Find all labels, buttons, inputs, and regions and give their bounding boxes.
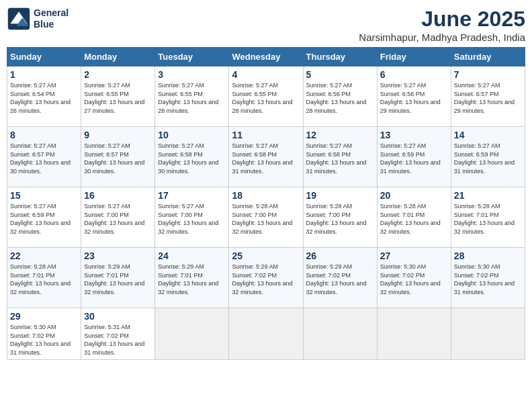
day-number: 6: [380, 69, 448, 80]
month-title: June 2025: [359, 7, 525, 32]
calendar-cell: 23Sunrise: 5:29 AMSunset: 7:01 PMDayligh…: [81, 248, 155, 308]
calendar-cell: 14Sunrise: 5:27 AMSunset: 6:59 PMDayligh…: [451, 127, 525, 187]
calendar-cell: 7Sunrise: 5:27 AMSunset: 6:57 PMDaylight…: [451, 66, 525, 127]
header-wednesday: Wednesday: [229, 48, 303, 66]
calendar-cell: 10Sunrise: 5:27 AMSunset: 6:58 PMDayligh…: [155, 127, 229, 187]
calendar-header-row: SundayMondayTuesdayWednesdayThursdayFrid…: [7, 48, 525, 66]
logo-icon: [7, 7, 31, 31]
day-info: Sunrise: 5:27 AMSunset: 6:54 PMDaylight:…: [10, 81, 78, 115]
calendar-cell: 22Sunrise: 5:28 AMSunset: 7:01 PMDayligh…: [7, 248, 81, 308]
calendar-cell: 25Sunrise: 5:29 AMSunset: 7:02 PMDayligh…: [229, 248, 303, 308]
calendar-cell: 11Sunrise: 5:27 AMSunset: 6:58 PMDayligh…: [229, 127, 303, 187]
calendar-cell: 26Sunrise: 5:29 AMSunset: 7:02 PMDayligh…: [303, 248, 377, 308]
calendar-cell: [229, 308, 303, 360]
header-friday: Friday: [377, 48, 451, 66]
day-info: Sunrise: 5:27 AMSunset: 6:57 PMDaylight:…: [10, 142, 78, 175]
day-number: 5: [306, 69, 374, 80]
day-number: 26: [306, 250, 374, 261]
calendar-cell: 21Sunrise: 5:28 AMSunset: 7:01 PMDayligh…: [451, 187, 525, 248]
calendar-cell: 24Sunrise: 5:29 AMSunset: 7:01 PMDayligh…: [155, 248, 229, 308]
day-number: 29: [10, 311, 78, 322]
calendar-cell: 9Sunrise: 5:27 AMSunset: 6:57 PMDaylight…: [81, 127, 155, 187]
header-thursday: Thursday: [303, 48, 377, 66]
calendar-cell: 15Sunrise: 5:27 AMSunset: 6:59 PMDayligh…: [7, 187, 81, 248]
calendar-cell: 18Sunrise: 5:28 AMSunset: 7:00 PMDayligh…: [229, 187, 303, 248]
day-info: Sunrise: 5:27 AMSunset: 6:58 PMDaylight:…: [158, 142, 226, 175]
calendar-cell: 6Sunrise: 5:27 AMSunset: 6:56 PMDaylight…: [377, 66, 451, 127]
day-info: Sunrise: 5:29 AMSunset: 7:01 PMDaylight:…: [84, 263, 152, 296]
header-sunday: Sunday: [7, 48, 81, 66]
day-info: Sunrise: 5:27 AMSunset: 6:57 PMDaylight:…: [454, 81, 522, 115]
calendar-week-row: 1Sunrise: 5:27 AMSunset: 6:54 PMDaylight…: [7, 66, 525, 127]
calendar-week-row: 29Sunrise: 5:30 AMSunset: 7:02 PMDayligh…: [7, 308, 525, 360]
day-info: Sunrise: 5:29 AMSunset: 7:02 PMDaylight:…: [232, 263, 300, 296]
day-number: 15: [10, 190, 78, 201]
day-info: Sunrise: 5:27 AMSunset: 6:55 PMDaylight:…: [158, 81, 226, 115]
calendar-cell: 8Sunrise: 5:27 AMSunset: 6:57 PMDaylight…: [7, 127, 81, 187]
calendar-cell: 3Sunrise: 5:27 AMSunset: 6:55 PMDaylight…: [155, 66, 229, 127]
day-number: 28: [454, 250, 522, 261]
day-info: Sunrise: 5:30 AMSunset: 7:02 PMDaylight:…: [454, 263, 522, 296]
day-number: 27: [380, 250, 448, 261]
day-number: 14: [454, 130, 522, 140]
day-number: 7: [454, 69, 522, 80]
day-info: Sunrise: 5:28 AMSunset: 7:00 PMDaylight:…: [306, 202, 374, 236]
day-info: Sunrise: 5:27 AMSunset: 7:00 PMDaylight:…: [158, 202, 226, 236]
day-info: Sunrise: 5:28 AMSunset: 7:01 PMDaylight:…: [10, 263, 78, 296]
calendar-cell: 30Sunrise: 5:31 AMSunset: 7:02 PMDayligh…: [81, 308, 155, 360]
day-number: 18: [232, 190, 300, 201]
header-saturday: Saturday: [451, 48, 525, 66]
calendar-cell: 28Sunrise: 5:30 AMSunset: 7:02 PMDayligh…: [451, 248, 525, 308]
calendar-cell: [155, 308, 229, 360]
day-info: Sunrise: 5:28 AMSunset: 7:01 PMDaylight:…: [454, 202, 522, 236]
day-number: 23: [84, 250, 152, 261]
title-area: June 2025 Narsimhapur, Madhya Pradesh, I…: [359, 7, 525, 43]
day-info: Sunrise: 5:27 AMSunset: 6:59 PMDaylight:…: [380, 142, 448, 175]
day-number: 17: [158, 190, 226, 201]
day-number: 11: [232, 130, 300, 140]
calendar-cell: [303, 308, 377, 360]
calendar-cell: 19Sunrise: 5:28 AMSunset: 7:00 PMDayligh…: [303, 187, 377, 248]
day-info: Sunrise: 5:29 AMSunset: 7:01 PMDaylight:…: [158, 263, 226, 296]
day-info: Sunrise: 5:27 AMSunset: 6:59 PMDaylight:…: [10, 202, 78, 236]
calendar-week-row: 8Sunrise: 5:27 AMSunset: 6:57 PMDaylight…: [7, 127, 525, 187]
day-info: Sunrise: 5:28 AMSunset: 7:01 PMDaylight:…: [380, 202, 448, 236]
calendar-cell: 12Sunrise: 5:27 AMSunset: 6:58 PMDayligh…: [303, 127, 377, 187]
day-info: Sunrise: 5:27 AMSunset: 6:55 PMDaylight:…: [232, 81, 300, 115]
calendar-cell: 13Sunrise: 5:27 AMSunset: 6:59 PMDayligh…: [377, 127, 451, 187]
day-number: 1: [10, 69, 78, 80]
day-info: Sunrise: 5:31 AMSunset: 7:02 PMDaylight:…: [84, 323, 152, 357]
day-info: Sunrise: 5:29 AMSunset: 7:02 PMDaylight:…: [306, 263, 374, 296]
calendar-cell: 29Sunrise: 5:30 AMSunset: 7:02 PMDayligh…: [7, 308, 81, 360]
day-number: 2: [84, 69, 152, 80]
day-info: Sunrise: 5:27 AMSunset: 7:00 PMDaylight:…: [84, 202, 152, 236]
day-number: 3: [158, 69, 226, 80]
header: General Blue June 2025 Narsimhapur, Madh…: [7, 7, 525, 43]
calendar-cell: 1Sunrise: 5:27 AMSunset: 6:54 PMDaylight…: [7, 66, 81, 127]
calendar-cell: 4Sunrise: 5:27 AMSunset: 6:55 PMDaylight…: [229, 66, 303, 127]
day-number: 30: [84, 311, 152, 322]
logo-text: General Blue: [34, 7, 69, 30]
day-number: 4: [232, 69, 300, 80]
day-info: Sunrise: 5:30 AMSunset: 7:02 PMDaylight:…: [10, 323, 78, 357]
location-title: Narsimhapur, Madhya Pradesh, India: [359, 32, 525, 43]
day-number: 22: [10, 250, 78, 261]
day-info: Sunrise: 5:30 AMSunset: 7:02 PMDaylight:…: [380, 263, 448, 296]
day-number: 8: [10, 130, 78, 140]
calendar-cell: 2Sunrise: 5:27 AMSunset: 6:55 PMDaylight…: [81, 66, 155, 127]
calendar-week-row: 22Sunrise: 5:28 AMSunset: 7:01 PMDayligh…: [7, 248, 525, 308]
day-number: 19: [306, 190, 374, 201]
day-number: 20: [380, 190, 448, 201]
day-number: 13: [380, 130, 448, 140]
day-info: Sunrise: 5:27 AMSunset: 6:58 PMDaylight:…: [232, 142, 300, 175]
day-info: Sunrise: 5:27 AMSunset: 6:56 PMDaylight:…: [380, 81, 448, 115]
calendar-cell: 16Sunrise: 5:27 AMSunset: 7:00 PMDayligh…: [81, 187, 155, 248]
calendar-cell: 20Sunrise: 5:28 AMSunset: 7:01 PMDayligh…: [377, 187, 451, 248]
day-info: Sunrise: 5:27 AMSunset: 6:59 PMDaylight:…: [454, 142, 522, 175]
day-info: Sunrise: 5:27 AMSunset: 6:56 PMDaylight:…: [306, 81, 374, 115]
calendar: SundayMondayTuesdayWednesdayThursdayFrid…: [7, 47, 525, 360]
day-number: 10: [158, 130, 226, 140]
calendar-cell: 5Sunrise: 5:27 AMSunset: 6:56 PMDaylight…: [303, 66, 377, 127]
calendar-cell: [451, 308, 525, 360]
day-number: 9: [84, 130, 152, 140]
